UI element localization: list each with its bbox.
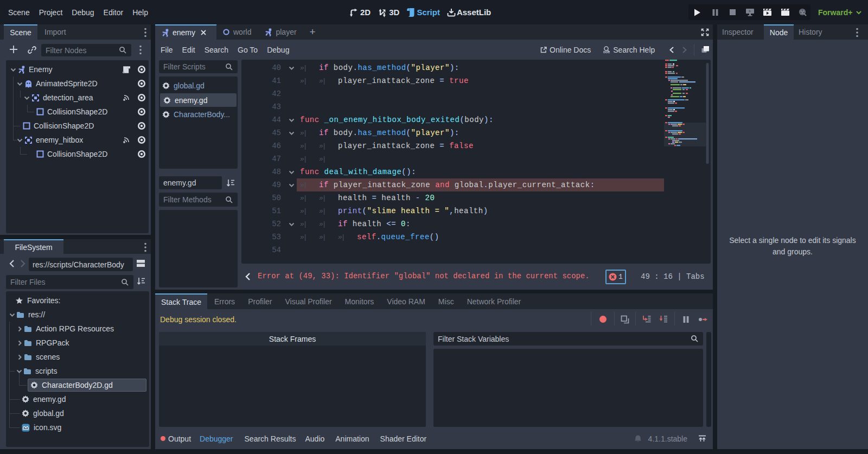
svg-text:DOC: DOC — [603, 50, 610, 54]
